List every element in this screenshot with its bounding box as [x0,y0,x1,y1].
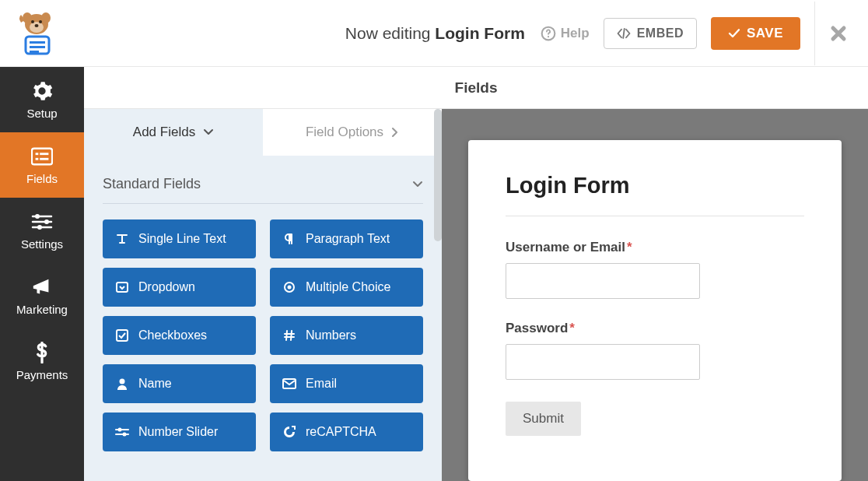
tab-field-options[interactable]: Field Options [263,109,442,156]
embed-icon [617,28,631,39]
field-dropdown[interactable]: Dropdown [103,268,256,307]
field-recaptcha[interactable]: reCAPTCHA [270,413,423,451]
section-title: Fields [84,67,868,109]
email-icon [282,377,296,391]
svg-rect-13 [32,148,52,164]
svg-rect-10 [30,51,39,53]
password-input[interactable] [506,344,700,380]
dollar-icon [31,342,53,363]
svg-point-18 [35,214,40,219]
gear-icon [31,80,53,102]
divider [814,2,815,65]
submit-button[interactable]: Submit [506,402,581,436]
svg-point-23 [288,286,292,290]
editing-label: Now editing Login Form [345,24,525,43]
help-link[interactable]: Help [541,26,590,41]
svg-rect-16 [36,157,39,160]
field-label: Password* [506,321,804,336]
paragraph-icon [282,232,296,246]
field-label: Username or Email* [506,240,804,255]
nav-settings[interactable]: Settings [0,198,84,263]
nav-fields[interactable]: Fields [0,132,84,198]
slider-icon [115,425,129,439]
checkbox-icon [115,328,129,342]
form-icon [31,146,53,167]
chevron-down-icon [412,181,423,188]
svg-rect-14 [36,153,39,155]
help-icon [541,26,556,41]
svg-point-27 [118,428,122,432]
form-field-username[interactable]: Username or Email* [506,240,804,299]
nav-setup[interactable]: Setup [0,67,84,132]
svg-rect-9 [30,46,45,48]
svg-point-20 [37,225,42,230]
fields-panel: Add Fields Field Options Standard Fields [84,109,442,481]
chevron-right-icon [391,127,399,138]
nav-label: Payments [16,368,68,381]
field-number-slider[interactable]: Number Slider [103,413,256,451]
dropdown-icon [115,280,129,294]
radio-icon [282,280,296,294]
required-mark: * [627,240,632,255]
megaphone-icon [31,276,53,298]
field-single-line-text[interactable]: Single Line Text [103,219,256,258]
left-nav: Setup Fields Settings Marketing [0,67,84,481]
field-paragraph-text[interactable]: Paragraph Text [270,219,423,258]
nav-label: Fields [26,172,58,185]
field-multiple-choice[interactable]: Multiple Choice [270,268,423,307]
svg-point-28 [123,433,127,437]
tab-add-fields[interactable]: Add Fields [84,109,263,156]
top-bar: Now editing Login Form Help EMBED SAVE [0,0,868,67]
hash-icon [282,328,296,342]
field-name[interactable]: Name [103,364,256,403]
svg-point-1 [23,12,32,23]
field-checkboxes[interactable]: Checkboxes [103,316,256,355]
svg-rect-17 [40,157,48,160]
group-standard-fields[interactable]: Standard Fields [103,171,423,204]
form-field-password[interactable]: Password* [506,321,804,380]
scrollbar[interactable] [434,109,442,241]
form-title: Login Form [506,173,804,216]
app-logo [9,6,64,61]
field-email[interactable]: Email [270,364,423,403]
embed-button[interactable]: EMBED [604,18,697,49]
panel-tabs: Add Fields Field Options [84,109,442,156]
user-icon [115,377,129,391]
close-button[interactable] [829,24,848,43]
form-preview: Login Form Username or Email* Password* [442,109,868,481]
field-numbers[interactable]: Numbers [270,316,423,355]
svg-rect-21 [117,283,128,292]
svg-point-25 [120,379,125,384]
sliders-icon [31,211,53,233]
recaptcha-icon [282,425,296,439]
svg-rect-8 [30,41,45,44]
save-button[interactable]: SAVE [711,17,800,50]
nav-label: Marketing [16,303,68,316]
svg-point-4 [31,20,34,23]
svg-point-19 [44,219,49,224]
text-icon [115,232,129,246]
form-card: Login Form Username or Email* Password* [468,140,842,481]
svg-point-6 [35,24,39,27]
close-icon [829,24,848,43]
svg-point-5 [39,20,42,23]
svg-rect-15 [40,153,48,155]
nav-label: Settings [21,237,63,251]
required-mark: * [569,321,575,335]
check-icon [728,28,740,39]
nav-marketing[interactable]: Marketing [0,263,84,328]
username-input[interactable] [506,263,700,299]
svg-point-12 [548,36,549,37]
svg-point-2 [41,12,51,23]
svg-rect-24 [117,330,128,341]
chevron-down-icon [203,128,214,136]
nav-payments[interactable]: Payments [0,328,84,394]
nav-label: Setup [26,107,57,120]
